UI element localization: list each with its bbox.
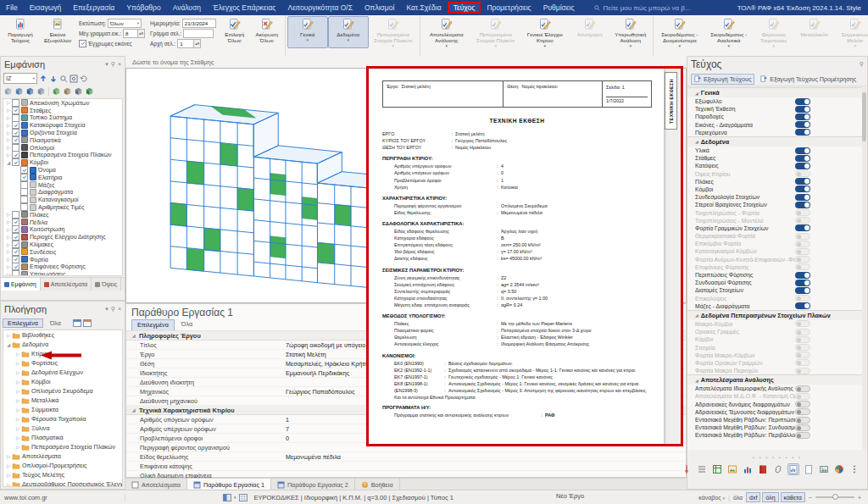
- issue-section-δεδομένα[interactable]: ◢Δεδομένα: [687, 136, 862, 147]
- expander-icon[interactable]: ▷: [14, 379, 21, 385]
- expander-icon[interactable]: ▷: [5, 272, 12, 276]
- picture-icon[interactable]: [818, 463, 830, 475]
- expander-icon[interactable]: ▷: [14, 426, 21, 431]
- display-tree-item-πλασματικά[interactable]: ▷Πλασματικά: [3, 136, 122, 144]
- ribbon-button-cover-image[interactable]: Εικόνα Εξωφύλλου: [39, 16, 76, 48]
- expander-icon[interactable]: ◢: [695, 378, 698, 383]
- expander-icon[interactable]: ▷: [5, 473, 12, 478]
- checkbox[interactable]: [12, 241, 19, 248]
- menu-item-εισαγωγή[interactable]: Εισαγωγή: [24, 2, 68, 14]
- toggle-παραδοχές[interactable]: [795, 114, 810, 120]
- nav-item-βιβλιοθήκες[interactable]: ▷Βιβλιοθήκες: [3, 330, 122, 340]
- expander-icon[interactable]: ◢: [5, 160, 12, 165]
- menu-item-προμετρήσεις[interactable]: Προμετρήσεις: [481, 2, 537, 14]
- nav-item-πεπερασμένα-στοιχεία-πλακών[interactable]: ▷Πεπερασμένα Στοιχεία Πλακών: [3, 442, 122, 451]
- expander-icon[interactable]: ▷: [5, 249, 12, 254]
- window-2-icon[interactable]: [83, 319, 92, 327]
- view-cube-4-icon[interactable]: [36, 84, 46, 99]
- dropdown-icon[interactable]: ▾: [105, 306, 108, 313]
- color-wheel-icon[interactable]: [833, 463, 845, 475]
- more-icon[interactable]: [849, 463, 860, 475]
- display-tree-item-οριζόντια-στοιχεία[interactable]: ▷Οριζόντια Στοιχεία: [3, 129, 122, 136]
- toggle-αποτελέσματα-ιδιομορφικής-ανάλυσης-φ[interactable]: [795, 385, 810, 392]
- issue-section-γενικά[interactable]: ◢Γενικά: [687, 87, 862, 97]
- toggle-φορτία-γραμμικών-στοιχείων[interactable]: [795, 224, 810, 231]
- ribbon-button-select-all[interactable]: Επιλογή Όλων: [219, 16, 251, 48]
- toggle-κόμβοι[interactable]: [795, 186, 810, 192]
- display-tree-item-κοιτόστρωση[interactable]: ▷Κοιτόστρωση: [3, 226, 122, 234]
- view-button-όλη[interactable]: όλη: [762, 492, 778, 502]
- toggle-στερεοί-βραχίονες-στοιχείων[interactable]: [795, 202, 810, 208]
- dropdown-icon[interactable]: ▾: [105, 61, 108, 68]
- toggle-διατομές-στοιχείων[interactable]: [795, 287, 810, 294]
- menu-item-οπλισμοί[interactable]: Οπλισμοί: [359, 2, 400, 14]
- toggle-στάθμες[interactable]: [795, 155, 810, 162]
- view-cube-2-icon[interactable]: [14, 84, 24, 99]
- display-tree-item-υποχωρήσεις[interactable]: ▷Υποχωρήσεις: [3, 270, 122, 276]
- menu-item-κατ-σχέδια[interactable]: Κατ.Σχέδια: [400, 2, 447, 14]
- render-dark-icon[interactable]: [74, 84, 83, 99]
- display-tree-item-τοπικό-σύστημα[interactable]: ▷Τοπικό Σύστημα: [3, 114, 122, 122]
- color-images-checkbox[interactable]: [79, 40, 86, 47]
- report-page[interactable]: Έργο: Στατική μελέτη Θέση: Νομός Ηρακλεί…: [369, 69, 664, 444]
- checkbox[interactable]: [12, 233, 19, 241]
- nav-item-δεδομένα[interactable]: ◢Δεδομένα: [3, 340, 122, 349]
- letter-input[interactable]: [183, 29, 214, 38]
- expander-icon[interactable]: ▷: [5, 212, 12, 217]
- expander-icon[interactable]: ◢: [695, 139, 698, 144]
- close-icon[interactable]: ×: [118, 306, 121, 313]
- expander-icon[interactable]: ▷: [14, 435, 21, 440]
- expander-icon[interactable]: ▷: [5, 115, 12, 120]
- ribbon-button-αποτελέσματα-ανάλυσης[interactable]: Αποτελέσματα Ανάλυσης▾: [422, 16, 471, 48]
- export-chart-icon[interactable]: [742, 463, 754, 475]
- menu-item-έλεγχος-επάρκειας[interactable]: Έλεγχος Επάρκειας: [207, 2, 281, 14]
- display-tab-εμφάνιση[interactable]: Εμφάνιση: [1, 278, 41, 291]
- checkbox[interactable]: [20, 181, 28, 189]
- checkbox[interactable]: [12, 248, 19, 256]
- view-button-dxf[interactable]: dxf: [746, 492, 760, 502]
- zoom-out-button[interactable]: −: [809, 495, 812, 501]
- ribbon-button-γενικά[interactable]: Γενικά▾: [287, 16, 328, 48]
- close-icon[interactable]: ×: [118, 61, 121, 68]
- display-tree-item-αριθμητικές-τιμές[interactable]: Αριθμητικές Τιμές: [3, 203, 122, 211]
- display-tree-item-επιφάνειες-φόρτισης[interactable]: ▷Επιφάνειες Φόρτισης: [3, 263, 122, 271]
- checkbox[interactable]: [12, 211, 19, 219]
- nav-item-φέρουσα-τοιχοποιία[interactable]: ▷Φέρουσα Τοιχοποιία: [3, 414, 122, 424]
- expander-icon[interactable]: ▷: [14, 370, 21, 375]
- ribbon-button-σκυροδέματος-δυσμενέστερα[interactable]: Σκυροδέματος - Δυσμενέστερα▾: [655, 16, 704, 48]
- expander-icon[interactable]: ▷: [5, 333, 12, 338]
- pin-icon[interactable]: ⚲: [860, 61, 864, 68]
- display-tree-item-περιοχές-ελέγχου-διάτρησης[interactable]: ▷Περιοχές Ελέγχου Διάτρησης: [3, 233, 122, 241]
- report-icon[interactable]: [757, 463, 769, 475]
- checkbox[interactable]: [12, 99, 19, 107]
- issue-section-δεδομένα-πεπερασμένων-στοιχείων-πλακών[interactable]: ◢Δεδομένα Πεπερασμένων Στοιχείων Πλακών: [687, 310, 862, 320]
- toggle-συνδυασμοί-φόρτισης[interactable]: [795, 280, 810, 286]
- expander-icon[interactable]: ▷: [5, 130, 12, 136]
- analysis-settings-summary[interactable]: ΕΥΡΟΚΩΔΙΚΕΣ | Ιδιομορφική | Κ.Π.Μ. | q=3…: [254, 494, 453, 501]
- toggle-τεχνική-έκθεση[interactable]: [795, 106, 810, 113]
- checkbox[interactable]: [20, 203, 28, 211]
- nav-item-δευτεροβάθμιος-προσεισμικός-έλεγχος[interactable]: ▷Δευτεροβάθμιος Προσεισμικός Έλεγχος: [3, 479, 122, 487]
- issue-section-αποτελέσματα-ανάλυσης[interactable]: ◢Αποτελέσματα Ανάλυσης: [687, 374, 862, 385]
- pin-icon[interactable]: ⚲: [111, 61, 115, 68]
- nav-item-δεδομένα-ελέγχων[interactable]: ▷Δεδομένα Ελέγχων: [3, 368, 122, 377]
- toggle-εικόνες-διαγράμματα[interactable]: [795, 121, 810, 128]
- menu-item-επεξεργασία[interactable]: Επεξεργασία: [67, 2, 120, 14]
- startpage-stepper[interactable]: 1▴▾: [177, 39, 201, 48]
- grid-view-icon[interactable]: [239, 494, 248, 501]
- nav-item-μεταλλικά[interactable]: ▷Μεταλλικά: [3, 396, 122, 405]
- toggle-εξώφυλλο[interactable]: [795, 98, 810, 105]
- checkbox[interactable]: [12, 129, 19, 136]
- toggle-εντασιακά-μεγέθη-ράβδων-περιπτώσεις[interactable]: [795, 417, 810, 424]
- expander-icon[interactable]: ◢: [131, 407, 136, 413]
- checkbox[interactable]: [12, 107, 19, 114]
- nav-item-σύμμεικτα[interactable]: ▷Σύμμεικτα: [3, 405, 122, 414]
- nav-item-τεύχος-μελέτης[interactable]: ▷Τεύχος Μελέτης: [3, 470, 122, 479]
- ribbon-button-γενικοί-έλεγχοι-κτιρίου[interactable]: Γενικοί Έλεγχοι Κτιρίου▾: [520, 16, 570, 48]
- ribbon-button-cancel-all[interactable]: Ακύρωση Όλων: [251, 16, 283, 48]
- menu-item-υπόβαθρο[interactable]: Υπόβαθρο: [120, 2, 166, 14]
- property-value[interactable]: Μεμονωμένα πέδιλα: [286, 453, 686, 461]
- link-icon[interactable]: [772, 463, 784, 475]
- expander-icon[interactable]: ▷: [14, 445, 21, 450]
- print-select[interactable]: Όλων ▾: [108, 19, 142, 28]
